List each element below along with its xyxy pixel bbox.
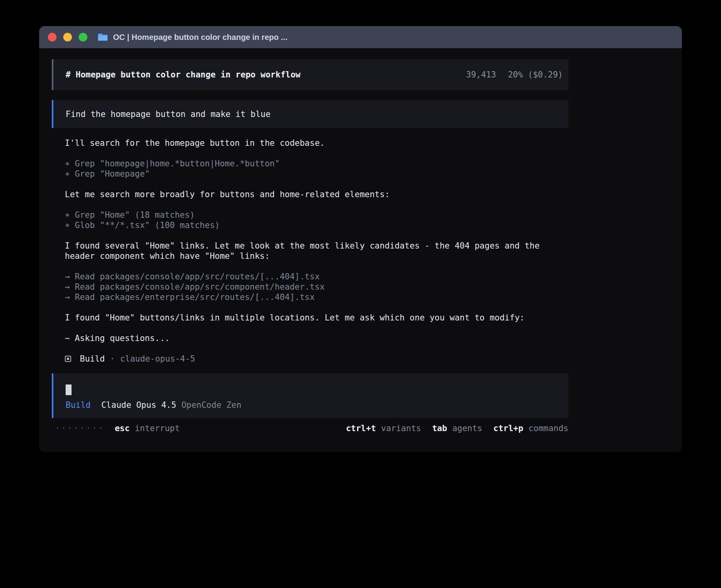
shortcut-key: ctrl+p: [493, 424, 523, 433]
shortcut-label: agents: [452, 424, 482, 433]
session-metrics: 39,413 20% ($0.29): [466, 70, 563, 79]
window-title-group: OC | Homepage button color change in rep…: [98, 33, 287, 42]
tool-call-group: → Read packages/console/app/src/routes/[…: [65, 271, 568, 302]
prompt-input[interactable]: Build Claude Opus 4.5 OpenCode Zen: [52, 373, 568, 418]
assistant-text: I found several "Home" links. Let me loo…: [65, 241, 568, 261]
tool-call-group: ∗ Grep "Home" (18 matches) ∗ Glob "**/*.…: [65, 210, 568, 230]
folder-icon: [98, 33, 108, 41]
tool-call: → Read packages/console/app/src/routes/[…: [65, 271, 568, 282]
assistant-text: Let me search more broadly for buttons a…: [65, 189, 568, 200]
shortcut-interrupt: esc interrupt: [115, 424, 180, 433]
terminal-content: # Homepage button color change in repo w…: [39, 48, 682, 433]
provider-name: OpenCode Zen: [181, 400, 242, 410]
titlebar: OC | Homepage button color change in rep…: [39, 26, 682, 48]
session-header: # Homepage button color change in repo w…: [52, 59, 568, 90]
conversation: I'll search for the homepage button in t…: [65, 138, 568, 364]
tool-call: ∗ Grep "Home" (18 matches): [65, 210, 568, 220]
tool-call: ∗ Grep "homepage|home.*button|Home.*butt…: [65, 158, 568, 169]
progress-dots: ········: [55, 424, 104, 433]
assistant-text: I'll search for the homepage button in t…: [65, 138, 568, 148]
agent-model: claude-opus-4-5: [120, 354, 195, 364]
shortcut-label: variants: [381, 424, 421, 433]
mode-badge: Build: [66, 400, 91, 410]
tool-call: → Read packages/console/app/src/componen…: [65, 282, 568, 292]
tool-call-group: ∗ Grep "homepage|home.*button|Home.*butt…: [65, 158, 568, 179]
shortcut-agents: tab agents: [432, 424, 482, 433]
text-cursor: [66, 384, 72, 395]
window-title: OC | Homepage button color change in rep…: [113, 33, 287, 42]
agent-icon: [65, 356, 71, 362]
zoom-button[interactable]: [79, 33, 87, 41]
user-message: Find the homepage button and make it blu…: [52, 100, 568, 128]
model-name: Claude Opus 4.5: [101, 400, 176, 410]
user-message-text: Find the homepage button and make it blu…: [66, 109, 270, 119]
shortcut-key: ctrl+t: [346, 424, 376, 433]
tool-call: ∗ Glob "**/*.tsx" (100 matches): [65, 220, 568, 230]
agent-separator: ·: [110, 354, 115, 364]
shortcut-hints: ctrl+t variants tab agents ctrl+p comman…: [346, 424, 568, 433]
shortcut-variants: ctrl+t variants: [346, 424, 421, 433]
close-button[interactable]: [48, 33, 57, 41]
esc-key: esc: [115, 424, 130, 433]
traffic-lights: [48, 33, 87, 41]
session-title: # Homepage button color change in repo w…: [66, 70, 300, 79]
status-bar: ········ esc interrupt ctrl+t variants t…: [52, 424, 568, 433]
esc-label: interrupt: [135, 424, 180, 433]
assistant-text: I found "Home" buttons/links in multiple…: [65, 313, 568, 323]
terminal-window: OC | Homepage button color change in rep…: [39, 26, 682, 452]
minimize-button[interactable]: [63, 33, 72, 41]
status-text: ~ Asking questions...: [65, 333, 568, 343]
agent-name: Build: [80, 354, 105, 364]
model-line: Build Claude Opus 4.5 OpenCode Zen: [66, 400, 556, 410]
tool-call: ∗ Grep "Homepage": [65, 169, 568, 179]
context-usage: 20% ($0.29): [508, 70, 563, 79]
token-count: 39,413: [466, 70, 496, 79]
shortcut-label: commands: [528, 424, 568, 433]
shortcut-key: tab: [432, 424, 447, 433]
shortcut-commands: ctrl+p commands: [493, 424, 568, 433]
tool-call: → Read packages/enterprise/src/routes/[.…: [65, 292, 568, 302]
agent-status-line: Build · claude-opus-4-5: [65, 354, 568, 364]
